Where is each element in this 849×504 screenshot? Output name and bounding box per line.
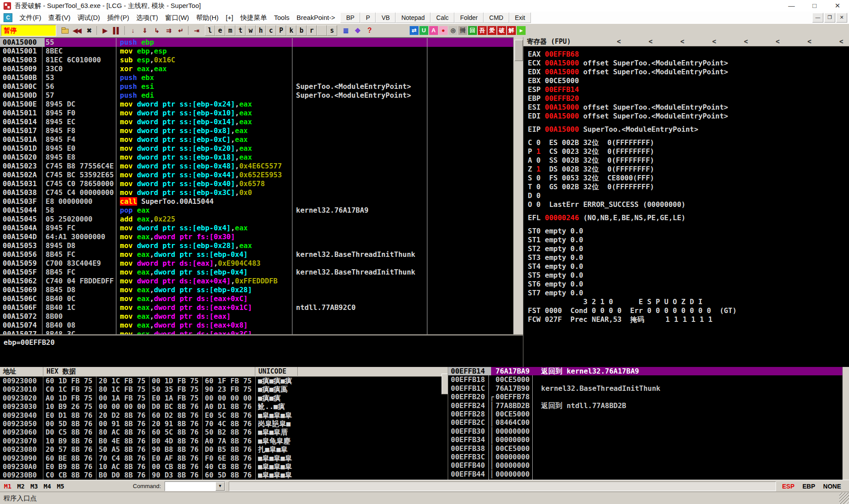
menu-button-cmd[interactable]: CMD [484,12,509,23]
disasm-row[interactable]: 00A1500E8945 DCmov dword ptr ss:[ebp-0x2… [0,100,513,109]
menu-item-10[interactable]: BreakPoint-> [293,12,338,23]
register-line[interactable]: ST4 empty 0.0 [523,262,849,271]
disasm-row[interactable]: 00A1501D8945 E0mov dword ptr ss:[ebp-0x2… [0,144,513,153]
breakpoint-list-icon[interactable]: ≣ [340,25,351,36]
dump-row[interactable]: 009230A0E0 B9 8B 7610 AC 8B 7600 CB 8B 7… [0,462,448,471]
pane-chevron-icon[interactable]: < [744,38,748,46]
toolbar-letter-w[interactable]: w [246,25,256,36]
ai-icon[interactable]: 爱 [488,26,496,35]
step-over-icon[interactable]: ⇓ [139,25,150,36]
wu-icon[interactable]: 吾 [478,26,487,35]
pane-chevron-icon[interactable]: < [839,38,843,46]
disasm-row[interactable]: 00A1504A8945 FCmov dword ptr ss:[ebp-0x4… [0,224,513,233]
scrollbar-thumb[interactable] [515,40,523,61]
disasm-row[interactable]: 00A15031C745 C0 78650000mov dword ptr ss… [0,179,513,188]
disasm-row[interactable]: 00A1504505 25020000add eax,0x225 [0,215,513,224]
disasm-row[interactable]: 00A1500381EC 6C010000sub esp,0x16C [0,56,513,65]
m-button-m4[interactable]: M4 [44,483,51,490]
disasm-row[interactable]: 00A1502AC745 BC 53592E65mov dword ptr ss… [0,171,513,179]
toolbar-letter-b[interactable]: b [296,25,307,36]
pane-chevron-icon[interactable]: < [712,38,716,46]
resize-grip[interactable] [839,493,849,504]
dump-row[interactable]: 0092308020 57 8B 7650 A5 8B 7690 B8 8B 7… [0,445,448,454]
stack-pane[interactable]: 00EFFB1476A17BA9返回到 kernel32.76A17BA900E… [448,367,843,480]
windows-list-icon[interactable]: ❖ [352,25,363,36]
disasm-row[interactable]: 00A150538945 D8mov dword ptr ss:[ebp-0x2… [0,241,513,250]
unpacker-plugin-icon[interactable]: U [419,26,428,35]
register-line[interactable]: EDX 00A15000 offset SuperToo.<ModuleEntr… [523,68,849,76]
stack-scrollbar[interactable] [842,367,849,480]
command-input[interactable]: ▼ [165,481,225,491]
register-line[interactable]: P 1 CS 0023 32位 0(FFFFFFFF) [523,147,849,156]
toolbar-letter-k[interactable]: k [286,25,296,36]
mdi-close-button[interactable]: ✕ [836,13,847,23]
stack-row[interactable]: 00EFFB24│77A8BD2B返回到 ntdll.77A8BD2B [448,401,843,410]
register-line[interactable]: ESP 00EFFB14 [523,85,849,94]
animate-into-icon[interactable]: ↳ [151,25,162,36]
register-line[interactable]: ECX 00A15000 offset SuperToo.<ModuleEntr… [523,59,849,68]
register-line[interactable]: EFL 00000246 (NO,NB,E,BE,NS,PE,GE,LE) [523,214,849,222]
register-line[interactable]: FST 0000 Cond 0 0 0 0 Err 0 0 0 0 0 0 0 … [523,306,849,315]
registers-pane[interactable]: 寄存器 (FPU) <<<<<<<< EAX 00EFFB68ECX 00A15… [523,37,849,367]
dump-row[interactable]: 009230B0C0 CB 8B 76B0 D0 8B 7690 D3 8B 7… [0,471,448,479]
stack-row[interactable]: 00EFFB38│00CE5000 [448,444,843,453]
toolbar-letter-l[interactable]: l [205,25,215,36]
stack-row[interactable]: 00EFFB44│00000000 [448,470,843,478]
pane-chevron-icon[interactable]: < [680,38,684,46]
dump-row[interactable]: 0092305000 5D 8B 7600 91 8B 7620 91 8B 7… [0,420,448,428]
register-line[interactable]: C 0 ES 002B 32位 0(FFFFFFFF) [523,138,849,147]
stack-row[interactable]: 00EFFB20┌00EFFB78 [448,393,843,401]
toolbar-letter-r[interactable]: r [307,25,317,36]
menu-item-3[interactable]: 插件(P) [104,12,133,23]
record-plugin-icon[interactable]: ● [439,26,448,35]
stack-row[interactable]: 00EFFB1476A17BA9返回到 kernel32.76A17BA9 [448,367,843,375]
help-icon[interactable]: ? [364,25,375,36]
m-button-m1[interactable]: M1 [4,483,12,490]
register-line[interactable]: Z 1 DS 002B 32位 0(FFFFFFFF) [523,165,849,174]
disasm-row[interactable]: 00A15023C745 B8 77556C4Emov dword ptr ss… [0,162,513,171]
go-to-address-icon[interactable]: ⇥ [191,25,202,36]
hex-dump-pane[interactable]: 地址 HEX 数据 UNICODE 0092300060 1D FB 7520 … [0,367,448,480]
disasm-row[interactable]: 00A150148945 ECmov dword ptr ss:[ebp-0x1… [0,118,513,126]
register-line[interactable]: S 0 FS 0053 32位 CE8000(FFF) [523,174,849,183]
stack-row[interactable]: 00EFFB2C│08464C00 [448,418,843,427]
disasm-row[interactable]: 00A150018BECmov ebp,esp [0,47,513,56]
disasm-row[interactable]: 00A1506F8B40 1Cmov eax,dword ptr ds:[eax… [0,303,513,312]
disasm-row[interactable]: 00A1501A8945 F4mov dword ptr ss:[ebp-0xC… [0,135,513,144]
po-icon[interactable]: 破 [497,26,506,35]
register-line[interactable]: ST6 empty 0.0 [523,280,849,289]
dump-row[interactable]: 00923060D0 C5 8B 7680 AC 8B 7660 5C 8B 7… [0,428,448,436]
dump-row[interactable]: 0092303010 B9 26 7500 00 00 00D0 BC 8B 7… [0,402,448,411]
menu-item-7[interactable]: [+] [222,12,237,23]
close-button[interactable]: ✕ [826,0,849,11]
restart-icon[interactable]: ◀◀ [71,25,82,36]
disasm-row[interactable]: 00A1500055push ebp [0,38,513,47]
register-line[interactable]: ESI 00A15000 offset SuperToo.<ModuleEntr… [523,103,849,112]
maximize-button[interactable]: □ [803,0,826,11]
menu-item-1[interactable]: 查看(V) [45,12,74,23]
toolbar-letter-h[interactable]: h [256,25,266,36]
pause-icon[interactable]: ▌▌ [111,25,122,36]
dropdown-arrow-icon[interactable]: ▼ [215,482,225,491]
menu-item-6[interactable]: 帮助(H) [192,12,222,23]
disasm-row[interactable]: 00A1500C56push esiSuperToo.<ModuleEntryP… [0,82,513,91]
register-line[interactable]: ST0 empty 0.0 [523,227,849,236]
register-line[interactable]: D 0 [523,191,849,200]
disasm-row[interactable]: 00A1500933C0xor eax,eax [0,65,513,73]
register-line[interactable]: O 0 LastErr ERROR_SUCCESS (00000000) [523,200,849,209]
stack-row[interactable]: 00EFFB30│00000000 [448,427,843,435]
stack-row[interactable]: 00EFFB34│00000000 [448,435,843,444]
dump-row[interactable]: 0092300060 1D FB 7520 1C FB 7500 1D FB 7… [0,377,448,385]
analyzer-plugin-icon[interactable]: A [429,26,438,35]
menu-button-bp[interactable]: BP [340,12,360,23]
menu-item-4[interactable]: 选项(T) [133,12,161,23]
disasm-row[interactable]: 00A150568B45 FCmov eax,dword ptr ss:[ebp… [0,250,513,259]
toolbar-letter-P[interactable]: P [276,25,286,36]
jie-icon[interactable]: 解 [507,26,516,35]
register-line[interactable]: ST5 empty 0.0 [523,271,849,280]
menu-button-p[interactable]: P [360,12,376,23]
animate-over-icon[interactable]: ⇉ [163,25,174,36]
menu-item-0[interactable]: 文件(F) [16,12,45,23]
register-line[interactable]: ST2 empty 0.0 [523,244,849,253]
disasm-row[interactable]: 00A15062C740 04 FBDDEDFFmov dword ptr ds… [0,277,513,286]
